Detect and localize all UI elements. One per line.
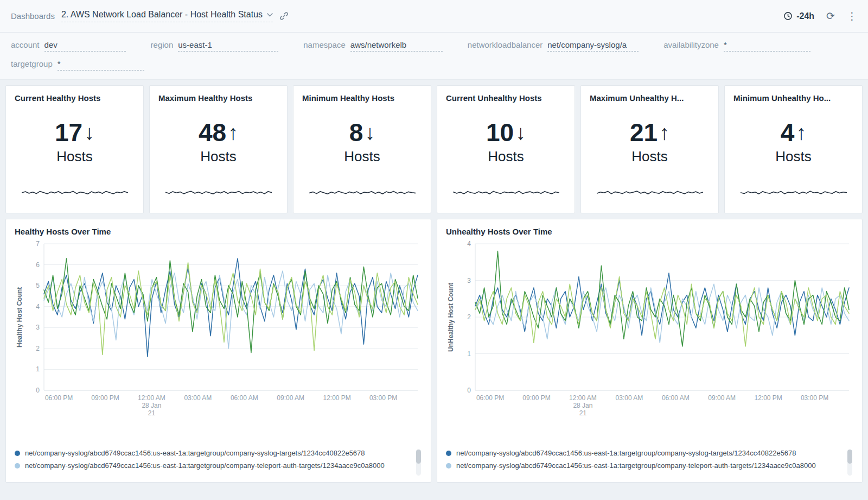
svg-text:09:00 PM: 09:00 PM: [522, 394, 550, 402]
svg-text:03:00 PM: 03:00 PM: [369, 394, 397, 402]
filter-networkloadbalancer: networkloadbalancer net/company-syslog/a: [468, 40, 639, 52]
kebab-menu-icon[interactable]: ⋮: [847, 10, 857, 22]
sparkline: [22, 187, 128, 199]
svg-text:03:00 PM: 03:00 PM: [801, 394, 828, 402]
legend-item[interactable]: net/company-syslog/abcd6749ccac1456:us-e…: [15, 461, 410, 471]
sparkline: [741, 187, 847, 199]
stat-panel-row: Current Healthy Hosts 17↓ Hosts Maximum …: [5, 85, 863, 213]
refresh-icon[interactable]: ⟳: [826, 10, 835, 22]
legend-scrollbar-thumb[interactable]: [847, 450, 852, 464]
svg-text:3: 3: [36, 324, 40, 331]
filter-value-input[interactable]: us-east-1: [178, 40, 278, 52]
filter-value-input[interactable]: net/company-syslog/a: [547, 40, 639, 52]
filter-label: region: [151, 40, 174, 49]
sparkline: [597, 187, 703, 199]
svg-text:09:00 AM: 09:00 AM: [277, 394, 304, 402]
chart-body: UnHealthy Host Count 0123406:00 PM09:00 …: [446, 238, 853, 448]
filter-value-input[interactable]: dev: [44, 40, 126, 52]
clock-icon: [783, 11, 793, 21]
panel-title: Healthy Hosts Over Time: [15, 227, 422, 236]
legend-color-dot: [446, 463, 451, 469]
legend-item[interactable]: net/company-syslog/abcd6749ccac1456:us-e…: [446, 461, 841, 471]
svg-text:0: 0: [36, 387, 40, 394]
chart-panel-row: Healthy Hosts Over Time Healthy Host Cou…: [5, 219, 863, 483]
svg-text:12:00 AM28 Jan21: 12:00 AM28 Jan21: [138, 394, 165, 417]
panel-maximum-unhealthy-hosts: Maximum Unhealthy H... 21↑ Hosts: [580, 85, 719, 213]
svg-text:6: 6: [36, 261, 40, 269]
dashboard-body: Current Healthy Hosts 17↓ Hosts Maximum …: [0, 80, 868, 488]
legend-label: net/company-syslog/abcd6749ccac1456:us-e…: [25, 461, 385, 471]
svg-text:09:00 AM: 09:00 AM: [708, 394, 736, 402]
trend-down-icon: ↓: [365, 122, 375, 143]
panel-unhealthy-hosts-over-time: Unhealthy Hosts Over Time UnHealthy Host…: [437, 219, 863, 483]
stat-content: 21↑ Hosts: [590, 98, 710, 187]
panel-title: Unhealthy Hosts Over Time: [446, 227, 853, 236]
stat-content: 10↓ Hosts: [446, 98, 566, 187]
legend-scrollbar[interactable]: [847, 450, 852, 476]
svg-text:2: 2: [36, 345, 40, 352]
stat-content: 8↓ Hosts: [302, 98, 422, 187]
panel-current-healthy-hosts: Current Healthy Hosts 17↓ Hosts: [5, 85, 144, 213]
legend-item[interactable]: net/company-syslog/abcd6749ccac1456:us-e…: [15, 448, 410, 458]
dashboard-title-dropdown[interactable]: 2. AWS Network Load Balancer - Host Heal…: [61, 10, 273, 22]
legend-label: net/company-syslog/abcd6749ccac1456:us-e…: [456, 461, 816, 471]
time-range-selector[interactable]: -24h: [783, 11, 814, 21]
legend-item[interactable]: net/company-syslog/abcd6749ccac1456:us-e…: [446, 448, 841, 458]
filter-namespace: namespace aws/networkelb: [303, 40, 443, 52]
svg-text:06:00 PM: 06:00 PM: [476, 394, 504, 402]
legend-scrollbar[interactable]: [416, 450, 421, 476]
chart-body: Healthy Host Count 0123456706:00 PM09:00…: [15, 238, 422, 448]
chart-plot[interactable]: 0123406:00 PM09:00 PM12:00 AM28 Jan2103:…: [456, 238, 853, 448]
trend-up-icon: ↑: [796, 122, 806, 143]
chart-plot[interactable]: 0123456706:00 PM09:00 PM12:00 AM28 Jan21…: [24, 238, 422, 448]
svg-text:03:00 AM: 03:00 AM: [184, 394, 212, 402]
stat-value: 17↓: [55, 120, 94, 145]
time-range-value: -24h: [796, 11, 814, 21]
filter-value-input[interactable]: *: [58, 59, 144, 71]
stat-unit: Hosts: [775, 148, 811, 165]
legend-color-dot: [446, 451, 451, 456]
svg-text:06:00 PM: 06:00 PM: [45, 394, 73, 402]
stat-value: 8↓: [349, 120, 375, 145]
filter-bar: account dev region us-east-1 namespace a…: [0, 33, 868, 80]
svg-text:12:00 AM28 Jan21: 12:00 AM28 Jan21: [569, 394, 597, 417]
filter-label: namespace: [303, 40, 346, 49]
panel-minimum-healthy-hosts: Minimum Healthy Hosts 8↓ Hosts: [293, 85, 431, 213]
svg-text:4: 4: [467, 240, 471, 248]
filter-targetgroup: targetgroup *: [11, 59, 144, 71]
legend-color-dot: [15, 463, 20, 469]
share-link-icon[interactable]: [279, 11, 289, 21]
stat-unit: Hosts: [488, 148, 524, 165]
filter-value-input[interactable]: aws/networkelb: [350, 40, 443, 52]
filter-label: targetgroup: [11, 59, 53, 68]
legend-scrollbar-thumb[interactable]: [416, 450, 421, 464]
stat-value: 48↑: [199, 120, 238, 145]
sparkline: [453, 187, 559, 199]
top-bar-right: -24h ⟳ ⋮: [783, 10, 857, 22]
trend-up-icon: ↑: [659, 122, 669, 143]
panel-healthy-hosts-over-time: Healthy Hosts Over Time Healthy Host Cou…: [5, 219, 431, 483]
stat-content: 17↓ Hosts: [15, 98, 135, 187]
y-axis-label: Healthy Host Count: [15, 238, 24, 396]
filter-label: networkloadbalancer: [468, 40, 542, 49]
stat-unit: Hosts: [200, 148, 236, 165]
stat-number: 4: [781, 120, 795, 145]
trend-down-icon: ↓: [515, 122, 526, 143]
svg-text:3: 3: [467, 277, 471, 284]
svg-text:2: 2: [467, 313, 471, 321]
svg-text:12:00 PM: 12:00 PM: [755, 394, 782, 402]
svg-text:1: 1: [36, 365, 40, 373]
stat-value: 10↓: [486, 120, 526, 145]
stat-number: 48: [199, 120, 226, 145]
panel-maximum-healthy-hosts: Maximum Healthy Hosts 48↑ Hosts: [149, 85, 288, 213]
svg-text:0: 0: [467, 387, 471, 394]
stat-number: 21: [630, 120, 658, 145]
breadcrumb[interactable]: Dashboards: [11, 11, 55, 21]
svg-text:12:00 PM: 12:00 PM: [323, 394, 351, 402]
filter-availabilityzone: availabilityzone *: [663, 40, 810, 52]
chevron-down-icon: [267, 13, 273, 17]
filter-value-input[interactable]: *: [724, 40, 810, 52]
stat-unit: Hosts: [56, 148, 92, 165]
chart-legend: net/company-syslog/abcd6749ccac1456:us-e…: [446, 448, 853, 477]
top-bar: Dashboards 2. AWS Network Load Balancer …: [0, 0, 868, 33]
